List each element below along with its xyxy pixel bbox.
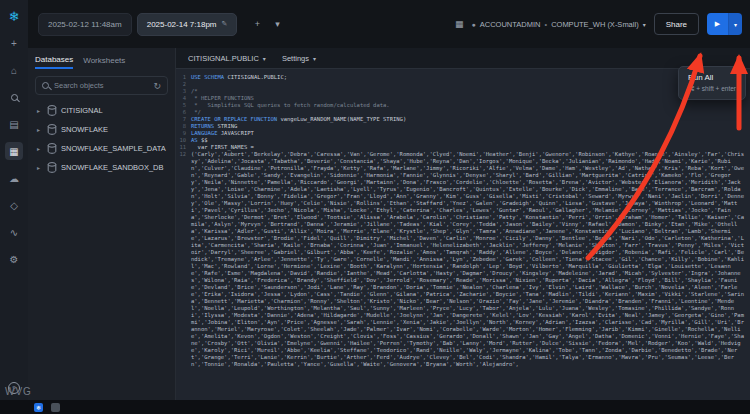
run-all-shortcut: ⌘ + shift + enter	[688, 85, 736, 93]
watermark-text: WVG	[5, 386, 32, 397]
database-tree: ▸ CITISIGNAL ▸ SNOWFLAKE ▸ SNOWFLAKE_SAM…	[35, 101, 168, 177]
dock-app-icon[interactable]	[51, 403, 60, 412]
database-cylinder-icon	[47, 143, 57, 154]
line-number: 7	[176, 116, 191, 123]
code-line: 1USE SCHEMA CITISIGNAL.PUBLIC;	[176, 74, 750, 81]
role-label: ACCOUNTADMIN	[480, 20, 541, 29]
database-cylinder-icon	[47, 105, 57, 116]
schema-context-label: CITISIGNAL.PUBLIC	[188, 54, 259, 63]
code-line: 11 var FIRST_NAMES =	[176, 144, 750, 151]
line-number: 9	[176, 130, 191, 137]
bottom-strip: ❄	[0, 400, 750, 414]
sql-code-editor[interactable]: 1USE SCHEMA CITISIGNAL.PUBLIC; 2 3/* 4 *…	[176, 69, 750, 400]
home-icon[interactable]: ⌂	[5, 61, 23, 79]
worksheet-tab-1-label: 2025-02-12 11:48am	[48, 20, 122, 29]
worksheet-editor: CITISIGNAL.PUBLIC ▾ Settings ▾ 1USE SCHE…	[176, 48, 750, 400]
run-split-button: ▶ ▾	[707, 13, 742, 35]
tree-item-label: CITISIGNAL	[61, 106, 103, 115]
tree-item-label: SNOWFLAKE	[61, 125, 108, 134]
object-search: ↻	[35, 76, 168, 95]
tab-worksheets[interactable]: Worksheets	[83, 56, 125, 68]
line-number: 4	[176, 95, 191, 102]
share-button[interactable]: Share	[654, 13, 699, 35]
line-number: 8	[176, 123, 191, 130]
tree-item-label: SNOWFLAKE_SAMPLE_DATA	[61, 144, 166, 153]
context-separator: •	[544, 20, 547, 29]
user-icon: ●	[472, 21, 476, 28]
admin-icon[interactable]: ⚙	[5, 250, 23, 268]
tree-item-citisignal[interactable]: ▸ CITISIGNAL	[35, 101, 168, 120]
top-header: 2025-02-12 11:48am 2025-02-14 7:18pm ✎ +…	[28, 0, 750, 48]
activity-icon[interactable]: ∿	[5, 223, 23, 241]
new-tab-button[interactable]: +	[249, 16, 265, 32]
refresh-icon[interactable]: ↻	[153, 81, 161, 91]
chevron-down-icon: ▾	[263, 55, 266, 62]
search-objects-input[interactable]	[54, 81, 148, 90]
database-cylinder-icon	[47, 124, 57, 135]
first-names-array-literal: ('Carly','Aubert','Berkelay','Debra','Ca…	[191, 151, 750, 368]
search-icon[interactable]	[5, 88, 23, 106]
code-line: 10AS $$	[176, 137, 750, 144]
tree-chevron-icon[interactable]: ▸	[37, 107, 43, 114]
tree-chevron-icon[interactable]: ▸	[37, 145, 43, 152]
warehouse-label: COMPUTE_WH (X-Small)	[551, 20, 639, 29]
line-number: 2	[176, 81, 191, 88]
schema-context-selector[interactable]: CITISIGNAL.PUBLIC ▾	[188, 54, 266, 63]
snowflake-logo-icon: ❄	[5, 7, 23, 25]
line-number: 5	[176, 102, 191, 109]
settings-selector[interactable]: Settings ▾	[282, 54, 316, 63]
code-line: 7CREATE OR REPLACE FUNCTION vangeLuw_RAN…	[176, 116, 750, 123]
tab-databases[interactable]: Databases	[35, 55, 73, 69]
code-line: 3/*	[176, 88, 750, 95]
chevron-down-icon: ▾	[313, 55, 316, 62]
search-icon	[42, 82, 49, 89]
edit-icon: ✎	[222, 20, 228, 28]
code-line: 4 * HELPER FUNCTIONS	[176, 95, 750, 102]
worksheet-tab-1[interactable]: 2025-02-12 11:48am	[38, 13, 132, 36]
run-all-menu: Run All ⌘ + shift + enter	[678, 66, 746, 100]
tree-item-snowflake-sandbox-db[interactable]: ▸ SNOWFLAKE_SANDBOX_DB	[35, 158, 168, 177]
role-selector[interactable]: ● ACCOUNTADMIN • COMPUTE_WH (X-Small) ▾	[472, 20, 646, 29]
settings-label: Settings	[282, 54, 309, 63]
object-browser-panel: Databases Worksheets ↻ ▸ CITISIGNAL ▸ SN…	[28, 48, 176, 400]
run-all-menu-item[interactable]: Run All	[688, 73, 736, 82]
code-line-wrapped: 12 ('Carly','Aubert','Berkelay','Debra',…	[176, 151, 750, 368]
code-line: 5 * Simplifies SQL queries to fetch rand…	[176, 102, 750, 109]
apps-grid-icon[interactable]: ▦	[455, 19, 464, 29]
run-button[interactable]: ▶	[707, 13, 728, 35]
tree-chevron-icon[interactable]: ▸	[37, 164, 43, 171]
run-options-chevron[interactable]: ▾	[728, 13, 742, 35]
editor-context-bar: CITISIGNAL.PUBLIC ▾ Settings ▾	[176, 48, 750, 69]
database-cylinder-icon	[47, 162, 57, 173]
code-line: 6 */	[176, 109, 750, 116]
worksheet-tabs: 2025-02-12 11:48am 2025-02-14 7:18pm ✎ +…	[38, 13, 285, 36]
worksheet-tab-2[interactable]: 2025-02-14 7:18pm ✎	[137, 13, 238, 36]
magnifier-glyph	[11, 94, 18, 101]
new-worksheet-icon[interactable]: +	[5, 34, 23, 52]
line-number: 10	[176, 137, 191, 144]
line-number: 6	[176, 109, 191, 116]
share-label: Share	[666, 20, 687, 29]
left-nav-rail: ❄ + ⌂ ▤ ▦ ☁ ◇ ∿ ⚙ ?	[0, 0, 28, 400]
worksheet-tab-2-label: 2025-02-14 7:18pm	[147, 20, 217, 29]
header-right-cluster: ▦ ● ACCOUNTADMIN • COMPUTE_WH (X-Small) …	[455, 13, 742, 35]
tab-list-chevron-icon[interactable]: ▾	[269, 16, 285, 32]
line-number: 12	[176, 151, 191, 368]
code-line: 9LANGUAGE JAVASCRIPT	[176, 130, 750, 137]
code-line: 2	[176, 81, 750, 88]
tree-item-snowflake[interactable]: ▸ SNOWFLAKE	[35, 120, 168, 139]
dock-snowflake-icon[interactable]: ❄	[34, 403, 43, 412]
marketplace-icon[interactable]: ◇	[5, 196, 23, 214]
databases-icon[interactable]: ▦	[5, 142, 23, 160]
chevron-down-icon: ▾	[643, 21, 646, 28]
tree-chevron-icon[interactable]: ▸	[37, 126, 43, 133]
line-number: 3	[176, 88, 191, 95]
worksheets-icon[interactable]: ▤	[5, 115, 23, 133]
tree-item-label: SNOWFLAKE_SANDBOX_DB	[61, 163, 164, 172]
line-number: 11	[176, 144, 191, 151]
tree-item-snowflake-sample-data[interactable]: ▸ SNOWFLAKE_SAMPLE_DATA	[35, 139, 168, 158]
cloud-icon[interactable]: ☁	[5, 169, 23, 187]
code-line: 8RETURNS STRING	[176, 123, 750, 130]
line-number: 1	[176, 74, 191, 81]
